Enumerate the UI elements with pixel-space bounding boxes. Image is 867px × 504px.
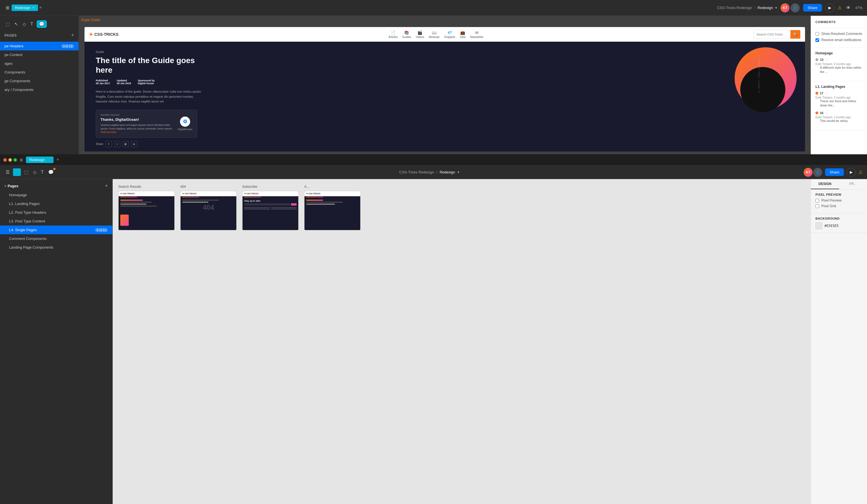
page-list-l3[interactable]: L3. Post Type Content	[0, 217, 113, 226]
bottom-text-tool[interactable]: T	[40, 169, 45, 176]
bottom-menu-icon[interactable]: ☰	[4, 168, 11, 176]
page-thumbnail-search[interactable]: ✳ CSS-TRICKS	[118, 191, 175, 230]
search-submit-button[interactable]: 🔍	[790, 30, 800, 39]
almanac-icon: 📖	[432, 30, 437, 35]
comment-meta-16: 16 ···	[815, 111, 863, 115]
page-item-content[interactable]: pe Content	[0, 50, 78, 59]
grid-icon-button[interactable]: ⊞	[20, 158, 23, 162]
bottom-tab-redesign[interactable]: Redesign ✕	[26, 157, 54, 163]
page-list-l1[interactable]: L1. Landing Pages	[0, 199, 113, 208]
thumb-content-other	[304, 198, 360, 207]
pixel-preview-checkbox[interactable]	[815, 199, 819, 202]
bottom-play-button[interactable]: ▶	[847, 168, 856, 177]
nav-almanac[interactable]: 📖 Almanac	[429, 30, 440, 39]
menu-icon-17[interactable]: ···	[825, 92, 827, 95]
bottom-add-tab-button[interactable]: +	[56, 157, 60, 163]
thumb-link-line-3	[271, 207, 297, 208]
top-window: ⊞ Redesign ✕ + CSS-Tricks Redesign / Red…	[0, 0, 867, 154]
tab-redesign[interactable]: Redesign ✕	[12, 4, 38, 11]
page-card-404: 404 ✳ CSS-TRICKS 404	[180, 185, 237, 230]
tab-close-icon[interactable]: ✕	[32, 6, 35, 10]
hero-title: The title of the Guide goes here	[96, 56, 203, 75]
page-list-landing-components[interactable]: Landing Page Components	[0, 243, 113, 252]
page-list-label: L4. Single Pages	[9, 228, 36, 232]
page-list-l4[interactable]: L4. Single Pages 5 of 13	[0, 226, 113, 234]
toggle-arrow-icon: ▾	[4, 184, 6, 187]
thumb-logo-other: ✳ CSS-TRICKS	[306, 193, 321, 195]
nav-jobs[interactable]: 💼 Jobs	[460, 30, 465, 39]
move-tool[interactable]: ↖	[13, 20, 19, 28]
play-button[interactable]: ▶	[825, 3, 834, 12]
pages-add-button[interactable]: +	[105, 183, 108, 189]
close-button[interactable]	[3, 158, 7, 162]
bottom-move-tool[interactable]: ▶	[13, 168, 21, 176]
thumb-404-text: 404	[182, 204, 235, 212]
bottom-share-button[interactable]: Share	[825, 168, 844, 176]
thumb-title-line	[120, 200, 143, 201]
email-share[interactable]: @	[122, 141, 129, 147]
sponsor-link[interactable]: Find out more	[100, 131, 116, 133]
page-thumbnail-subscribe[interactable]: ✳ CSS-TRICKS Stay up to date	[242, 191, 299, 230]
menu-icon[interactable]: ···	[825, 58, 827, 61]
show-resolved-label: Show Resolved Comments	[821, 32, 862, 36]
newsletter-icon: ✉	[475, 30, 479, 35]
comment-tool[interactable]: 💬	[36, 20, 47, 28]
tab-prototype[interactable]: PR...	[839, 179, 867, 189]
nav-snippets[interactable]: 💎 Snippets	[444, 30, 455, 39]
comment-number-17: 17	[820, 92, 823, 95]
bottom-shape-tool[interactable]: ◇	[32, 168, 38, 176]
receive-email-checkbox[interactable]	[815, 38, 819, 42]
page-item-ages[interactable]: ages	[0, 59, 78, 68]
nav-videos[interactable]: 🎬 Videos	[416, 30, 424, 39]
background-color-swatch[interactable]	[815, 223, 822, 229]
maximize-button[interactable]	[13, 158, 17, 162]
page-list-l2[interactable]: L2. Post Type Headers	[0, 208, 113, 217]
bottom-canvas: Search Results ✳ CSS-TRICKS	[113, 179, 811, 504]
pages-toggle[interactable]: ▾ Pages	[4, 184, 18, 188]
nav-newsletter[interactable]: ✉ Newsletter	[470, 30, 483, 39]
apps-icon[interactable]: ⊞	[4, 4, 10, 12]
page-thumbnail-other[interactable]: ✳ CSS-TRICKS	[304, 191, 361, 230]
pixel-grid-checkbox[interactable]	[815, 204, 819, 208]
page-item-ge-components[interactable]: ge Components	[0, 77, 78, 85]
shape-tool[interactable]: ◇	[21, 20, 27, 28]
twitter-share[interactable]: t	[114, 141, 120, 147]
nav-articles[interactable]: 📄 Articles	[388, 30, 398, 39]
thumb-subscribe-title: Stay up to date	[244, 200, 297, 202]
page-item-components[interactable]: Components	[0, 68, 78, 77]
page-list-label: Landing Page Components	[9, 245, 54, 249]
page-item-library-components[interactable]: ary / Components	[0, 85, 78, 94]
updated-label: Updated	[117, 79, 131, 82]
tab-design[interactable]: DESIGN	[811, 179, 839, 189]
file-name[interactable]: Redesign	[758, 6, 773, 10]
comment-item-16: 16 ··· Kylie Timpani, 2 months ago This …	[815, 111, 863, 123]
show-resolved-checkbox[interactable]	[815, 32, 819, 36]
page-thumbnail-404[interactable]: ✳ CSS-TRICKS 404	[180, 191, 237, 230]
search-input[interactable]	[754, 33, 790, 36]
frame-tool[interactable]: ⬚	[4, 20, 11, 28]
page-item-headers[interactable]: pe Headers 3 of 13	[0, 42, 78, 50]
page-label: ge Components	[4, 79, 30, 83]
linkedin-share[interactable]: in	[131, 141, 137, 147]
user-avatar-1: KT	[781, 3, 790, 12]
background-color-value[interactable]: #E5E5E5	[824, 224, 839, 228]
left-sidebar: ⬚ ↖ ◇ T 💬 Pages + pe Headers 3 of 13 pe …	[0, 16, 79, 154]
eye-button[interactable]: 👁	[845, 4, 852, 12]
bottom-file-name[interactable]: Redesign	[440, 170, 455, 174]
page-list-comment-components[interactable]: Comment Components	[0, 234, 113, 243]
share-button[interactable]: Share	[803, 4, 822, 12]
bottom-tab-label: Redesign	[29, 158, 45, 162]
minimize-button[interactable]	[9, 158, 12, 162]
facebook-share[interactable]: f	[106, 141, 112, 147]
comment-item-17: 17 ··· Kylie Timpani, 2 months ago These…	[815, 92, 863, 108]
bottom-frame-tool[interactable]: ⬚	[23, 168, 30, 176]
bottom-tab-close-icon[interactable]: ✕	[47, 158, 50, 162]
add-page-button[interactable]: +	[71, 32, 74, 38]
page-list-homepage[interactable]: Homepage	[0, 191, 113, 199]
nav-guides[interactable]: 📚 Guides	[402, 30, 411, 39]
bottom-left-sidebar: ▾ Pages + Homepage L1. Landing Pages L2.…	[0, 179, 113, 504]
thumb-link-line	[244, 207, 270, 208]
add-tab-button[interactable]: +	[39, 5, 42, 11]
text-tool[interactable]: T	[29, 21, 34, 28]
menu-icon-16[interactable]: ···	[825, 111, 827, 115]
